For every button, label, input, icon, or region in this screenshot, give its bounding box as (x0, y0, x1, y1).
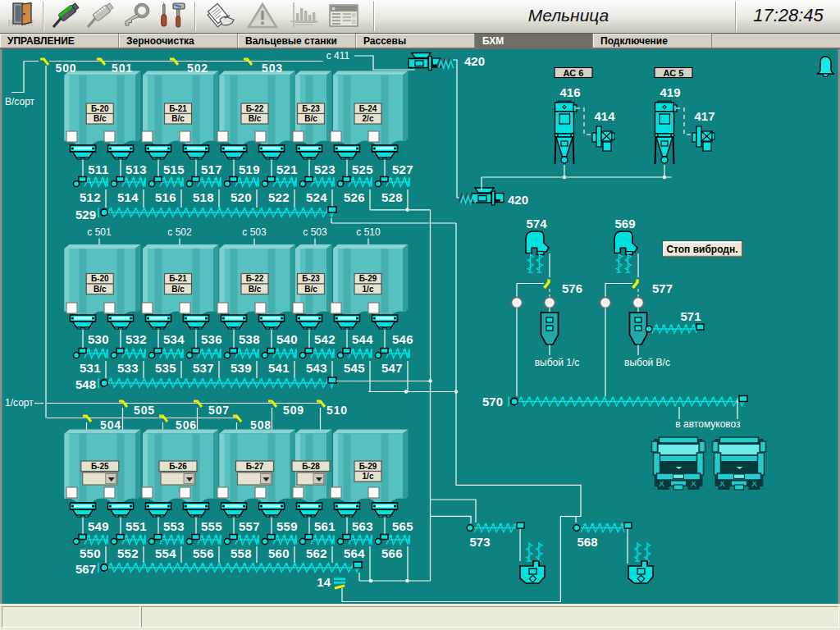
svg-text:508: 508 (250, 418, 272, 431)
svg-text:В/с: В/с (94, 285, 107, 294)
svg-text:547: 547 (381, 361, 403, 375)
svg-text:414: 414 (594, 109, 615, 123)
svg-text:573: 573 (469, 535, 490, 549)
svg-text:Б-21: Б-21 (169, 274, 187, 283)
svg-text:534: 534 (163, 332, 185, 346)
svg-text:В/с: В/с (94, 114, 107, 123)
svg-text:510: 510 (326, 404, 348, 417)
svg-text:542: 542 (314, 332, 336, 346)
svg-text:545: 545 (344, 361, 365, 375)
svg-text:Б-23: Б-23 (302, 104, 320, 113)
svg-text:516: 516 (155, 190, 176, 204)
svg-text:Б-20: Б-20 (91, 104, 109, 113)
svg-text:556: 556 (193, 546, 214, 560)
svg-text:566: 566 (381, 546, 403, 560)
svg-text:549: 549 (88, 519, 109, 533)
svg-text:536: 536 (201, 332, 222, 346)
svg-text:574: 574 (526, 217, 547, 231)
svg-text:522: 522 (268, 190, 290, 204)
svg-text:519: 519 (239, 162, 260, 176)
svg-text:525: 525 (352, 162, 373, 176)
svg-text:Б-23: Б-23 (302, 274, 320, 283)
svg-text:555: 555 (201, 519, 222, 533)
svg-text:506: 506 (176, 418, 197, 431)
svg-text:419: 419 (660, 85, 680, 99)
svg-text:Б-26: Б-26 (169, 462, 187, 471)
svg-text:Б-20: Б-20 (91, 274, 109, 283)
svg-text:509: 509 (283, 404, 304, 417)
svg-text:АС 5: АС 5 (664, 68, 684, 78)
svg-text:В/с: В/с (249, 285, 262, 294)
svg-text:526: 526 (344, 190, 365, 204)
svg-text:Б-21: Б-21 (169, 104, 187, 113)
svg-text:518: 518 (193, 190, 214, 204)
svg-text:Б-29: Б-29 (359, 462, 377, 471)
svg-text:539: 539 (231, 361, 252, 375)
svg-text:с 411: с 411 (326, 50, 350, 62)
svg-text:550: 550 (80, 546, 101, 560)
svg-text:533: 533 (117, 361, 139, 375)
svg-text:501: 501 (112, 62, 133, 75)
svg-text:570: 570 (482, 395, 503, 409)
svg-text:выбой 1/с: выбой 1/с (535, 357, 580, 368)
svg-text:521: 521 (276, 162, 298, 176)
svg-text:Б-28: Б-28 (302, 462, 320, 471)
svg-text:541: 541 (268, 361, 290, 375)
svg-text:553: 553 (163, 519, 185, 533)
svg-text:559: 559 (276, 519, 298, 533)
svg-text:507: 507 (208, 404, 230, 417)
svg-text:520: 520 (231, 190, 252, 204)
svg-text:557: 557 (239, 519, 260, 533)
svg-text:561: 561 (314, 519, 336, 533)
svg-text:В/сорт: В/сорт (5, 96, 35, 107)
svg-text:500: 500 (56, 62, 77, 75)
svg-text:551: 551 (126, 519, 147, 533)
svg-text:В/с: В/с (304, 114, 317, 123)
svg-text:В/с: В/с (249, 114, 262, 123)
svg-text:в автомуковоз: в автомуковоз (675, 418, 741, 430)
svg-text:517: 517 (201, 162, 222, 176)
svg-text:552: 552 (117, 546, 139, 560)
svg-text:Б-27: Б-27 (246, 462, 264, 471)
svg-text:420: 420 (464, 54, 485, 68)
svg-text:527: 527 (392, 162, 413, 176)
svg-text:535: 535 (155, 361, 176, 375)
svg-text:505: 505 (134, 404, 155, 417)
svg-text:Б-25: Б-25 (91, 462, 109, 471)
svg-text:с 503: с 503 (303, 226, 327, 238)
svg-text:В/с: В/с (171, 285, 185, 294)
svg-text:577: 577 (652, 281, 673, 295)
svg-text:554: 554 (155, 546, 176, 560)
svg-text:Б-22: Б-22 (246, 104, 264, 113)
svg-text:537: 537 (193, 361, 214, 375)
svg-text:Б-24: Б-24 (359, 104, 377, 113)
svg-text:515: 515 (163, 162, 185, 176)
svg-text:14: 14 (317, 575, 331, 589)
svg-text:АС 6: АС 6 (564, 68, 584, 78)
svg-text:Б-29: Б-29 (359, 274, 377, 283)
svg-text:с 510: с 510 (356, 226, 381, 238)
svg-text:564: 564 (344, 546, 365, 560)
svg-text:546: 546 (392, 332, 413, 346)
svg-text:543: 543 (306, 361, 327, 375)
svg-text:511: 511 (88, 162, 108, 176)
svg-text:562: 562 (306, 546, 327, 560)
svg-text:576: 576 (562, 281, 582, 295)
svg-text:560: 560 (268, 546, 290, 560)
svg-text:416: 416 (559, 85, 580, 99)
svg-text:558: 558 (231, 546, 252, 560)
svg-text:Б-22: Б-22 (246, 274, 264, 283)
svg-text:531: 531 (80, 361, 101, 375)
svg-text:В/с: В/с (171, 114, 185, 123)
svg-text:1/с: 1/с (363, 472, 374, 481)
svg-text:544: 544 (352, 332, 373, 346)
svg-text:513: 513 (126, 162, 147, 176)
svg-text:528: 528 (381, 190, 403, 204)
svg-text:529: 529 (75, 208, 96, 221)
svg-text:1/сорт: 1/сорт (5, 397, 34, 409)
svg-text:2/с: 2/с (363, 114, 374, 123)
svg-text:514: 514 (117, 190, 139, 204)
svg-text:1/с: 1/с (363, 285, 374, 294)
svg-text:538: 538 (239, 332, 260, 346)
svg-text:567: 567 (75, 562, 96, 576)
